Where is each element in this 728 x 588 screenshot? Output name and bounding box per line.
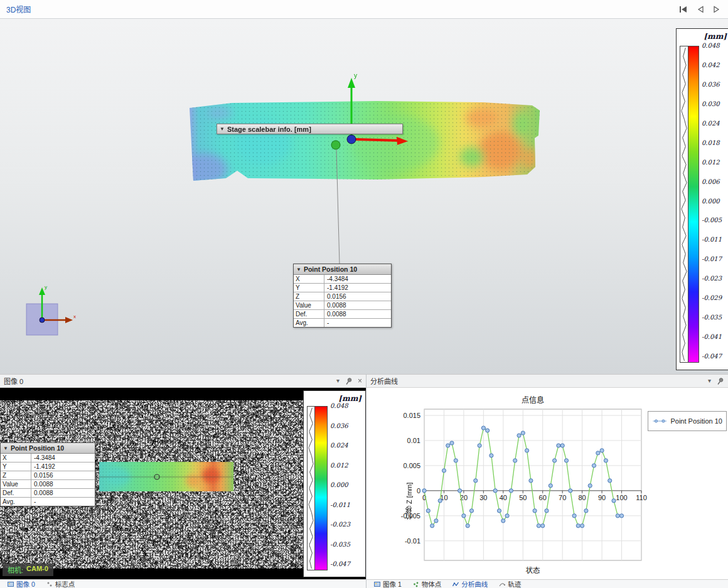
image-tab-bar: 图像 0 标志点 xyxy=(0,579,366,588)
world-axes: y xyxy=(325,69,416,157)
chart-y-axis-label: 位移 Z [mm] xyxy=(404,438,414,520)
x-axis-arrow xyxy=(355,139,399,141)
legend-unit: [mm] xyxy=(338,394,361,403)
selected-point-marker[interactable] xyxy=(331,141,340,149)
y-axis-label: y xyxy=(354,72,357,79)
legend-image: [mm] 0.0480.0360.0240.0120.000-0.011-0.0… xyxy=(303,390,366,577)
table-row: Def.0.0088 xyxy=(294,309,391,318)
step-back-button[interactable] xyxy=(695,4,705,14)
curve-tab-bar: 图像 1 物体点 分析曲线 轨迹 xyxy=(367,579,728,588)
collapse-triangle-icon: ▼ xyxy=(220,126,225,132)
image-panel-header: 图像 0 ▾ × xyxy=(0,374,366,388)
image-icon xyxy=(374,581,380,587)
pin-icon xyxy=(716,377,724,385)
tab-analysis-curve[interactable]: 分析曲线 xyxy=(447,580,493,588)
svg-text:60: 60 xyxy=(539,494,547,501)
tab-3d-view[interactable]: 3D视图 xyxy=(6,4,31,14)
legend-tick-label: 0.000 xyxy=(330,482,350,488)
viewport-3d[interactable]: y ▼ Stage scalebar info. [mm] ▼ Point Po… xyxy=(0,19,728,374)
point-position-label-3d[interactable]: ▼ Point Position 10 X-4.3484Y-1.4192Z0.0… xyxy=(293,264,392,328)
svg-text:0.015: 0.015 xyxy=(403,412,420,419)
camera-badge: 相机: CAM-0 xyxy=(3,564,53,576)
legend-tick-label: 0.012 xyxy=(330,462,350,469)
legend-tick-label: 0.042 xyxy=(702,62,722,68)
legend-tick-label: 0.030 xyxy=(702,101,722,107)
chart-legend[interactable]: Point Position 10 xyxy=(648,411,727,431)
top-bar: 3D视图 xyxy=(0,0,728,19)
legend-tick-label: -0.041 xyxy=(702,334,722,340)
skip-to-start-button[interactable] xyxy=(678,4,689,14)
legend-tick-label: 0.024 xyxy=(702,120,722,127)
table-row: X-4.3484 xyxy=(1,454,95,462)
svg-text:50: 50 xyxy=(519,494,527,501)
svg-text:70: 70 xyxy=(559,494,566,501)
specimen-heatmap-image xyxy=(99,462,233,491)
legend-ticks: 0.0480.0360.0240.0120.000-0.011-0.023-0.… xyxy=(330,403,350,567)
tab-object-points[interactable]: 物体点 xyxy=(408,580,447,588)
tab-image-1[interactable]: 图像 1 xyxy=(369,580,407,588)
chart-title: 点信息 xyxy=(424,394,641,405)
table-row: Value0.0088 xyxy=(294,301,391,309)
point-label-rows: X-4.3484Y-1.4192Z0.0156Value0.0088Def.0.… xyxy=(1,454,95,506)
step-forward-button[interactable] xyxy=(712,4,722,14)
legend-tick-label: -0.035 xyxy=(330,542,350,548)
table-row: X-4.3484 xyxy=(294,275,391,283)
scalebar-title: Stage scalebar info. [mm] xyxy=(227,126,311,133)
camera-value: CAM-0 xyxy=(26,565,48,575)
orientation-triad[interactable]: y x xyxy=(18,282,77,348)
legend-tick-label: -0.047 xyxy=(330,561,350,567)
legend-tick-label: -0.011 xyxy=(702,237,722,243)
collapse-triangle-icon: ▼ xyxy=(3,446,8,451)
legend-tick-label: -0.005 xyxy=(702,217,722,223)
legend-color-scale xyxy=(688,46,699,363)
svg-text:-0.01: -0.01 xyxy=(405,537,420,545)
legend-tick-label: 0.036 xyxy=(330,423,350,429)
legend-histogram xyxy=(680,46,688,363)
point-label-rows: X-4.3484Y-1.4192Z0.0156Value0.0088Def.0.… xyxy=(294,275,391,327)
legend-color-scale xyxy=(315,406,328,570)
camera-label: 相机: xyxy=(8,565,23,575)
step-forward-icon xyxy=(713,6,720,13)
table-row: Avg.- xyxy=(294,318,391,327)
marker-points-icon xyxy=(46,581,53,587)
stage-scalebar-info[interactable]: ▼ Stage scalebar info. [mm] xyxy=(217,124,403,134)
tab-markers[interactable]: 标志点 xyxy=(41,580,80,588)
legend-tick-label: -0.029 xyxy=(702,295,722,301)
legend-tick-label: 0.036 xyxy=(702,82,722,88)
stage-navigation xyxy=(678,4,722,14)
point-label-header: ▼ Point Position 10 xyxy=(1,443,95,454)
collapse-triangle-icon: ▼ xyxy=(296,267,301,272)
legend-tick-label: -0.011 xyxy=(330,502,350,508)
legend-tick-label: -0.047 xyxy=(702,353,722,360)
point-position-label-image[interactable]: ▼ Point Position 10 X-4.3484Y-1.4192Z0.0… xyxy=(0,442,95,506)
tab-trajectory[interactable]: 轨迹 xyxy=(494,580,526,588)
svg-text:90: 90 xyxy=(598,494,606,501)
chart-x-axis-label: 状态 xyxy=(424,565,641,575)
table-row: Value0.0088 xyxy=(1,479,95,488)
skip-to-start-icon xyxy=(679,6,688,13)
triad-y-label: y xyxy=(45,284,47,290)
svg-text:40: 40 xyxy=(500,494,507,501)
pin-button[interactable] xyxy=(345,377,353,385)
table-row: Def.0.0088 xyxy=(1,488,95,497)
step-back-icon xyxy=(697,6,704,13)
trajectory-icon xyxy=(499,581,505,587)
legend-series-name: Point Position 10 xyxy=(670,417,722,425)
object-points-icon xyxy=(413,581,419,587)
tab-image-0[interactable]: 图像 0 xyxy=(3,580,40,588)
curve-icon xyxy=(452,581,459,587)
svg-text:30: 30 xyxy=(479,494,487,501)
legend-tick-label: 0.000 xyxy=(702,198,722,205)
legend-ticks: 0.0480.0420.0360.0300.0240.0180.0120.006… xyxy=(702,43,722,360)
image-icon xyxy=(8,581,14,587)
point-label-header: ▼ Point Position 10 xyxy=(294,264,391,275)
application-window: 3D视图 xyxy=(0,0,728,588)
legend-unit: [mm] xyxy=(704,32,727,41)
point-label-title: Point Position 10 xyxy=(304,265,357,273)
legend-tick-label: 0.018 xyxy=(702,140,722,146)
legend-tick-label: -0.017 xyxy=(702,256,722,262)
camera-image-view[interactable]: ▼ Point Position 10 X-4.3484Y-1.4192Z0.0… xyxy=(0,388,366,579)
svg-text:80: 80 xyxy=(579,494,586,501)
table-row: Z0.0156 xyxy=(1,471,95,479)
pin-button[interactable] xyxy=(716,377,724,385)
